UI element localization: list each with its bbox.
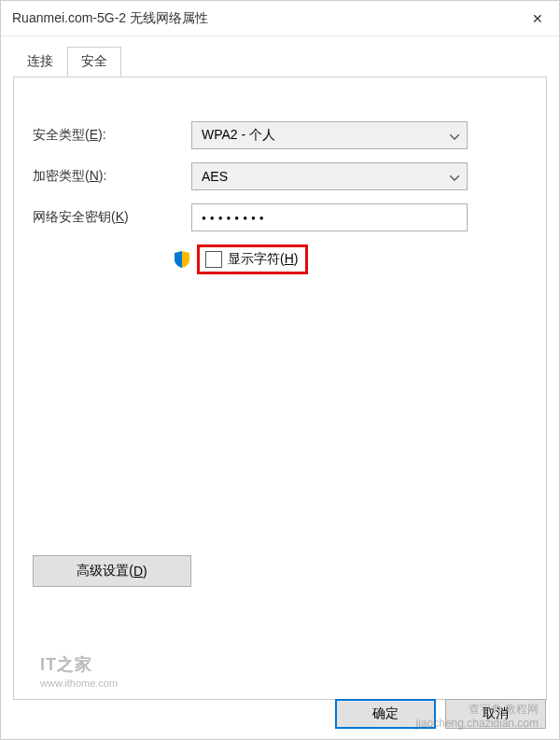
titlebar: Ruanmei.com-5G-2 无线网络属性 ✕: [1, 1, 559, 36]
network-key-value: ●●●●●●●●: [202, 214, 268, 222]
watermark-ithome: IT之家 www.ithome.com: [40, 654, 118, 690]
close-icon: ✕: [532, 11, 543, 26]
encryption-type-control: AES: [191, 162, 527, 190]
security-type-control: WPA2 - 个人: [191, 121, 527, 149]
window-title: Ruanmei.com-5G-2 无线网络属性: [12, 10, 516, 27]
dialog-window: Ruanmei.com-5G-2 无线网络属性 ✕ 连接 安全 安全类型(E):…: [0, 0, 560, 740]
security-type-value: WPA2 - 个人: [202, 127, 275, 144]
tab-security[interactable]: 安全: [67, 47, 121, 77]
network-key-input[interactable]: ●●●●●●●●: [191, 203, 468, 231]
security-type-row: 安全类型(E): WPA2 - 个人: [33, 121, 527, 149]
watermark-url: www.ithome.com: [40, 677, 118, 690]
chevron-down-icon: [450, 128, 459, 143]
network-key-label: 网络安全密钥(K): [33, 209, 191, 226]
tab-connection-label: 连接: [27, 53, 53, 68]
watermark2-line2: jiaocheng.chazidian.com: [416, 717, 539, 732]
close-button[interactable]: ✕: [516, 1, 559, 36]
show-characters-label: 显示字符(H): [228, 251, 298, 268]
encryption-type-row: 加密类型(N): AES: [33, 162, 527, 190]
encryption-type-label: 加密类型(N):: [33, 168, 191, 185]
watermark-chazidian: 查字典 教程网 jiaocheng.chazidian.com: [416, 703, 539, 732]
encryption-type-value: AES: [202, 169, 228, 184]
shield-icon: [173, 250, 191, 269]
network-key-row: 网络安全密钥(K) ●●●●●●●●: [33, 203, 527, 231]
tab-strip: 连接 安全: [13, 47, 547, 77]
advanced-settings-button[interactable]: 高级设置(D): [33, 555, 191, 587]
show-characters-highlight: 显示字符(H): [197, 244, 308, 274]
network-key-control: ●●●●●●●●: [191, 203, 527, 231]
content-area: 连接 安全 安全类型(E): WPA2 - 个人: [1, 36, 559, 700]
show-characters-checkbox[interactable]: [205, 251, 222, 268]
watermark-logo: IT之家: [40, 654, 118, 676]
security-type-label: 安全类型(E):: [33, 127, 191, 144]
tab-connection[interactable]: 连接: [13, 47, 67, 77]
watermark2-line1: 查字典 教程网: [416, 703, 539, 718]
tab-panel-security: 安全类型(E): WPA2 - 个人 加密类型(N):: [13, 77, 547, 700]
security-type-select[interactable]: WPA2 - 个人: [191, 121, 468, 149]
chevron-down-icon: [450, 169, 459, 184]
show-characters-row: 显示字符(H): [173, 244, 527, 274]
tab-security-label: 安全: [81, 53, 107, 68]
encryption-type-select[interactable]: AES: [191, 162, 468, 190]
